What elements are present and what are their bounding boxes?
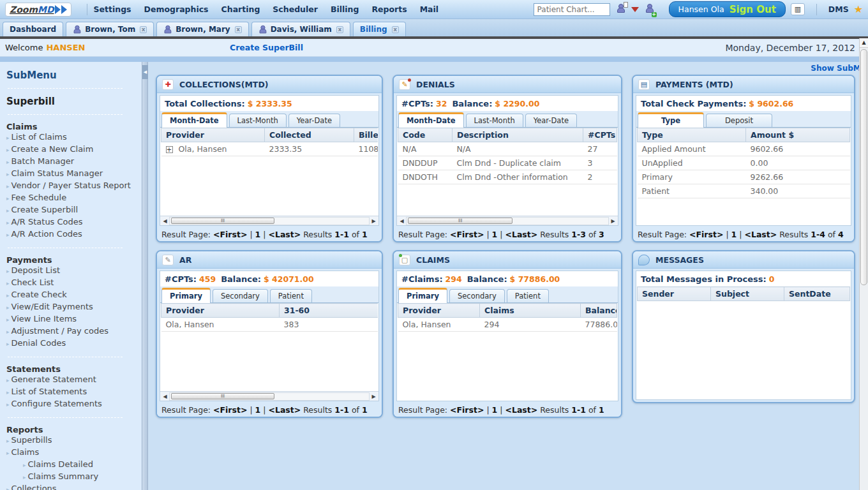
close-icon[interactable]: x bbox=[392, 26, 399, 33]
col-header[interactable]: Provider bbox=[161, 304, 280, 318]
horizontal-scrollbar[interactable]: ◀⦀⦀▶ bbox=[160, 216, 378, 225]
tab-ar-primary[interactable]: Primary bbox=[161, 288, 211, 303]
sidebar-item-claims[interactable]: ▸Claims bbox=[6, 447, 142, 459]
scroll-up-arrow-icon[interactable]: ▲ bbox=[860, 38, 868, 48]
tab-claims-secondary[interactable]: Secondary bbox=[449, 289, 505, 302]
first-page-link[interactable]: <First> bbox=[213, 230, 247, 239]
first-page-link[interactable]: <First> bbox=[213, 405, 247, 415]
last-page-link[interactable]: <Last> bbox=[744, 230, 777, 239]
last-page-link[interactable]: <Last> bbox=[505, 405, 537, 415]
expand-icon[interactable]: + bbox=[166, 146, 173, 153]
sidebar-item-view-line-items[interactable]: ▸View Line Items bbox=[6, 313, 142, 325]
table-row[interactable]: DNDOTHClm Dnd -Other information2 bbox=[398, 170, 617, 184]
create-superbill-link[interactable]: Create SuperBill bbox=[230, 43, 303, 52]
table-row[interactable]: Applied Amount9602.66 bbox=[638, 142, 850, 156]
horizontal-scrollbar[interactable]: ◀⦀⦀▶ bbox=[397, 216, 618, 225]
dms-button[interactable]: DMS bbox=[828, 4, 849, 14]
table-row[interactable]: DNDDUPClm Dnd - Duplicate claim3 bbox=[398, 156, 617, 170]
menu-item-reports[interactable]: Reports bbox=[371, 4, 407, 14]
scrollbar-thumb[interactable]: ⦀⦀ bbox=[408, 218, 513, 224]
col-header[interactable]: Provider bbox=[161, 128, 265, 142]
menu-item-settings[interactable]: Settings bbox=[94, 4, 131, 14]
col-header[interactable]: Type bbox=[638, 128, 746, 142]
tab-denials-month-date[interactable]: Month-Date bbox=[398, 112, 464, 128]
horizontal-scrollbar[interactable]: ◀⦀⦀▶ bbox=[160, 391, 378, 401]
col-header[interactable]: Provider bbox=[398, 304, 480, 318]
sidebar-item-a-r-action-codes[interactable]: ▸A/R Action Codes bbox=[6, 228, 142, 241]
patient-details-button[interactable] bbox=[615, 3, 626, 16]
tab-davis-william[interactable]: Davis, Williamx bbox=[251, 22, 350, 36]
col-header[interactable]: Amount $ bbox=[746, 128, 850, 142]
close-icon[interactable]: x bbox=[235, 26, 242, 33]
sidebar-item-check-list[interactable]: ▸Check List bbox=[6, 277, 142, 289]
menu-item-mail[interactable]: Mail bbox=[420, 4, 438, 14]
scroll-right-arrow-icon[interactable]: ▶ bbox=[609, 218, 617, 224]
col-header[interactable]: 31-60 bbox=[280, 304, 378, 318]
add-patient-button[interactable]: + bbox=[644, 3, 655, 16]
menu-item-demographics[interactable]: Demographics bbox=[144, 4, 209, 14]
scroll-left-arrow-icon[interactable]: ◀ bbox=[398, 218, 406, 224]
sidebar-item-view-edit-payments[interactable]: ▸View/Edit Payments bbox=[6, 301, 142, 313]
page-number[interactable]: 1 bbox=[492, 405, 498, 415]
tab-collections-month-date[interactable]: Month-Date bbox=[161, 112, 227, 128]
table-row[interactable]: Primary9262.66 bbox=[638, 170, 850, 184]
col-header[interactable]: Code bbox=[398, 128, 453, 142]
tab-collections-year-date[interactable]: Year-Date bbox=[288, 114, 340, 127]
col-header[interactable]: #CPTs bbox=[583, 128, 617, 142]
tab-brown-tom[interactable]: Brown, Tomx bbox=[66, 22, 154, 36]
vertical-scrollbar[interactable]: ▲ bbox=[859, 38, 868, 490]
sidebar-item-claims-detailed[interactable]: ▸Claims Detailed bbox=[6, 459, 142, 471]
sidebar-item-claims-summary[interactable]: ▸Claims Summary bbox=[6, 471, 142, 483]
tab-billing[interactable]: Billingx bbox=[353, 22, 406, 36]
page-number[interactable]: 1 bbox=[731, 230, 737, 239]
sidebar-item-configure-statements[interactable]: ▸Configure Statements bbox=[6, 398, 142, 410]
page-number[interactable]: 1 bbox=[255, 405, 261, 415]
tab-ar-patient[interactable]: Patient bbox=[270, 289, 312, 302]
tab-payments-deposit[interactable]: Deposit bbox=[706, 114, 772, 127]
menu-item-billing[interactable]: Billing bbox=[331, 4, 359, 14]
sidebar-item-create-a-new-claim[interactable]: ▸Create a New Claim bbox=[6, 144, 142, 156]
zoommd-logo[interactable]: ZoomMD bbox=[5, 3, 71, 17]
tab-claims-patient[interactable]: Patient bbox=[507, 289, 549, 302]
close-icon[interactable]: x bbox=[336, 26, 343, 33]
sidebar-item-a-r-status-codes[interactable]: ▸A/R Status Codes bbox=[6, 216, 142, 228]
first-page-link[interactable]: <First> bbox=[450, 230, 484, 239]
tab-denials-last-month[interactable]: Last-Month bbox=[466, 114, 523, 127]
sidebar-item-batch-manager[interactable]: ▸Batch Manager bbox=[6, 156, 142, 168]
sidebar-item-deposit-list[interactable]: ▸Deposit List bbox=[6, 265, 142, 277]
page-number[interactable]: 1 bbox=[255, 230, 261, 239]
tab-claims-primary[interactable]: Primary bbox=[398, 288, 447, 303]
last-page-link[interactable]: <Last> bbox=[268, 230, 301, 239]
scroll-right-arrow-icon[interactable]: ▶ bbox=[370, 218, 378, 224]
sidebar-item-list-of-claims[interactable]: ▸List of Claims bbox=[6, 131, 142, 144]
col-header[interactable]: Balance bbox=[581, 304, 617, 318]
sidebar-item-denial-codes[interactable]: ▸Denial Codes bbox=[6, 338, 142, 350]
tab-ar-secondary[interactable]: Secondary bbox=[213, 289, 268, 302]
sidebar-item-list-of-statements[interactable]: ▸List of Statements bbox=[6, 386, 142, 398]
scrollbar-track[interactable]: ⦀⦀ bbox=[406, 217, 609, 225]
last-page-link[interactable]: <Last> bbox=[505, 230, 537, 239]
dropdown-arrow-icon[interactable] bbox=[631, 7, 639, 12]
scrollbar-track[interactable]: ⦀⦀ bbox=[169, 217, 370, 225]
last-page-link[interactable]: <Last> bbox=[268, 405, 301, 415]
scrollbar-thumb[interactable]: ⦀⦀ bbox=[171, 218, 274, 224]
sidebar-item-adjustment-pay-codes[interactable]: ▸Adjustment / Pay codes bbox=[6, 325, 142, 338]
table-row[interactable]: Ola, Hansen29477886.00 bbox=[398, 318, 617, 332]
tab-payments-type[interactable]: Type bbox=[638, 112, 704, 128]
sidebar-item-superbills[interactable]: ▸Superbills bbox=[6, 434, 142, 447]
table-row[interactable]: Ola, Hansen38335184.0076 bbox=[161, 318, 378, 332]
sidebar-item-collections[interactable]: ▸Collections bbox=[6, 483, 142, 490]
logged-in-user[interactable]: Hansen Ola bbox=[678, 4, 724, 14]
scroll-right-arrow-icon[interactable]: ▶ bbox=[370, 394, 378, 399]
col-header[interactable]: SentDate bbox=[784, 287, 850, 301]
collapse-sidebar-icon[interactable]: ◀ bbox=[142, 65, 148, 79]
table-row[interactable]: N/AN/A27 bbox=[398, 142, 617, 156]
table-row[interactable]: +Ola, Hansen2333.351108 bbox=[161, 142, 378, 156]
tab-dashboard[interactable]: Dashboard bbox=[3, 22, 63, 36]
page-number[interactable]: 1 bbox=[492, 230, 498, 239]
sign-out-button[interactable]: Sign Out bbox=[730, 4, 776, 15]
sidebar-item-claim-status-manager[interactable]: ▸Claim Status Manager bbox=[6, 168, 142, 180]
col-header[interactable]: Description bbox=[453, 128, 583, 142]
scroll-left-arrow-icon[interactable]: ◀ bbox=[161, 394, 169, 399]
menu-item-scheduler[interactable]: Scheduler bbox=[273, 4, 318, 14]
